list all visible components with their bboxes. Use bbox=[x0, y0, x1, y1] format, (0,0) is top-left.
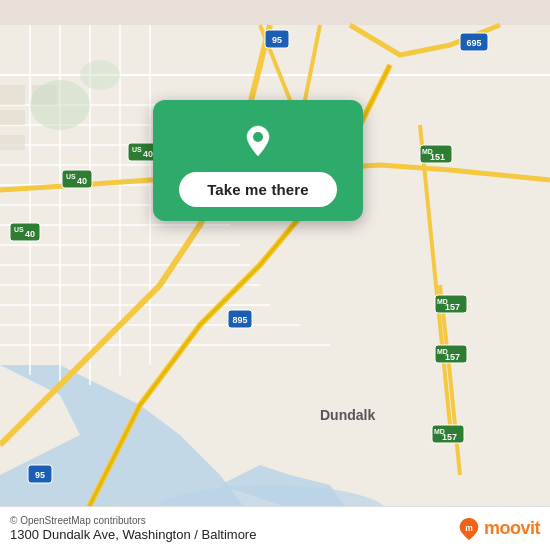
svg-text:157: 157 bbox=[442, 432, 457, 442]
moovit-pin-icon: m bbox=[458, 518, 480, 540]
address-line: 1300 Dundalk Ave, Washington / Baltimore bbox=[10, 527, 256, 542]
svg-text:US: US bbox=[66, 173, 76, 180]
moovit-logo[interactable]: m moovit bbox=[458, 518, 540, 540]
svg-text:US: US bbox=[132, 146, 142, 153]
svg-point-59 bbox=[30, 80, 90, 130]
svg-text:Dundalk: Dundalk bbox=[320, 407, 375, 423]
svg-text:40: 40 bbox=[143, 149, 153, 159]
bottom-left-info: © OpenStreetMap contributors 1300 Dundal… bbox=[10, 515, 256, 542]
svg-point-62 bbox=[253, 132, 263, 142]
svg-point-60 bbox=[80, 60, 120, 90]
svg-text:95: 95 bbox=[35, 470, 45, 480]
svg-text:695: 695 bbox=[466, 38, 481, 48]
svg-text:895: 895 bbox=[232, 315, 247, 325]
svg-rect-57 bbox=[0, 110, 25, 125]
svg-text:157: 157 bbox=[445, 352, 460, 362]
svg-text:151: 151 bbox=[430, 152, 445, 162]
svg-text:m: m bbox=[465, 522, 473, 532]
svg-rect-55 bbox=[0, 85, 25, 105]
svg-text:95: 95 bbox=[272, 35, 282, 45]
svg-text:US: US bbox=[14, 226, 24, 233]
bottom-bar: © OpenStreetMap contributors 1300 Dundal… bbox=[0, 506, 550, 550]
osm-credit: © OpenStreetMap contributors bbox=[10, 515, 256, 526]
pin-icon bbox=[236, 118, 280, 162]
take-me-there-button[interactable]: Take me there bbox=[179, 172, 337, 207]
svg-text:157: 157 bbox=[445, 302, 460, 312]
location-card: Take me there bbox=[153, 100, 363, 221]
svg-text:40: 40 bbox=[25, 229, 35, 239]
svg-text:40: 40 bbox=[77, 176, 87, 186]
map-background: 95 895 US 40 US 40 US 40 695 95 MD 151 M… bbox=[0, 0, 550, 550]
map-container: 95 895 US 40 US 40 US 40 695 95 MD 151 M… bbox=[0, 0, 550, 550]
svg-rect-58 bbox=[0, 135, 25, 150]
moovit-brand-label: moovit bbox=[484, 518, 540, 539]
